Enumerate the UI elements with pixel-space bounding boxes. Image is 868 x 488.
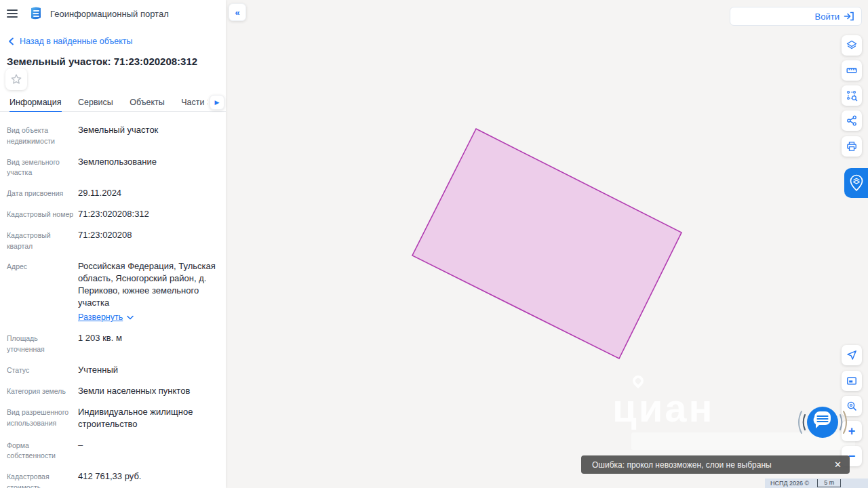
detail-row: Вид разрешенного использованияИндивидуал…: [7, 406, 218, 430]
detail-value: Российская Федерация, Тульская область, …: [78, 260, 218, 323]
chat-fab-graphic: [791, 391, 854, 453]
ruler-icon: [846, 65, 857, 76]
scale-bar: 5 m: [817, 479, 841, 487]
detail-label: Кадастровый квартал: [7, 229, 75, 252]
detail-value: Земельный участок: [78, 124, 218, 147]
tabs-strip: Информация Сервисы Объекты Части ЗУ Сост…: [9, 96, 208, 112]
detail-row: Кадастровая стоимость412 761,33 руб.: [7, 470, 218, 488]
detail-value: 29.11.2024: [78, 187, 218, 199]
login-icon: [844, 12, 854, 21]
detail-value: Земли населенных пунктов: [78, 385, 218, 397]
detail-label: Вид разрешенного использования: [7, 406, 75, 430]
detail-row: Категория земельЗемли населенных пунктов: [7, 385, 218, 397]
toast-close-icon[interactable]: ✕: [826, 460, 850, 470]
back-link-label[interactable]: Назад в найденные объекты: [20, 37, 132, 46]
map-pin-icon: [849, 174, 864, 192]
detail-row: Дата присвоения29.11.2024: [7, 187, 218, 199]
overview-map-button[interactable]: [842, 371, 862, 391]
share-icon: [846, 115, 857, 126]
layers-button[interactable]: [842, 35, 862, 56]
detail-value: Землепользование: [78, 156, 218, 179]
parcel-polygon[interactable]: [412, 129, 682, 359]
login-label: Войти: [815, 12, 840, 22]
object-info-panel: Геоинформационный портал Назад в найденн…: [0, 0, 226, 488]
map-layer: [226, 0, 868, 488]
detail-value: 71:23:020208: [78, 229, 218, 252]
login-button[interactable]: Войти: [815, 12, 854, 22]
error-toast-message: Ошибка: прокол невозможен, слои не выбра…: [581, 460, 826, 470]
menu-icon[interactable]: [7, 9, 18, 18]
star-icon: [10, 73, 22, 85]
tab-services[interactable]: Сервисы: [78, 98, 113, 111]
back-link[interactable]: Назад в найденные объекты: [8, 37, 226, 46]
detail-row: Вид объекта недвижимостиЗемельный участо…: [7, 124, 218, 147]
detail-value: Индивидуальное жилищное строительство: [78, 406, 218, 430]
favorite-button[interactable]: [5, 68, 27, 90]
tab-information[interactable]: Информация: [9, 98, 62, 112]
tab-objects[interactable]: Объекты: [130, 98, 165, 111]
detail-row: Форма собственности–: [7, 439, 218, 462]
tab-parcel-parts[interactable]: Части ЗУ: [181, 98, 208, 111]
detail-row: Вид земельного участкаЗемлепользование: [7, 156, 218, 179]
error-toast: Ошибка: прокол невозможен, слои не выбра…: [581, 455, 850, 474]
details-list: Вид объекта недвижимостиЗемельный участо…: [7, 124, 218, 488]
tabs-bar: Информация Сервисы Объекты Части ЗУ Сост…: [0, 96, 226, 112]
address-text: Российская Федерация, Тульская область, …: [78, 261, 216, 308]
polygon-search-icon: [846, 90, 858, 102]
map-attribution-bar: НСПД 2026 © 5 m: [765, 479, 868, 488]
detail-label: Форма собственности: [7, 439, 75, 462]
chevron-down-icon: [127, 315, 134, 320]
detail-label: Статус: [7, 364, 75, 376]
map-watermark: циан: [612, 385, 715, 430]
detail-label: Дата присвоения: [7, 187, 75, 199]
collapse-panel-button[interactable]: «: [229, 3, 246, 21]
detail-row: Площадь уточненная1 203 кв. м: [7, 332, 218, 355]
detail-value: 1 203 кв. м: [78, 332, 218, 355]
attribution-text: НСПД 2026 ©: [770, 480, 809, 487]
detail-value: 412 761,33 руб.: [78, 470, 218, 488]
measure-button[interactable]: [842, 60, 862, 81]
detail-row: Кадастровый квартал71:23:020208: [7, 229, 218, 252]
detail-value: 71:23:020208:312: [78, 208, 218, 220]
page-title: Земельный участок: 71:23:020208:312: [7, 56, 226, 67]
navigation-arrow-icon: [846, 350, 857, 361]
app-title: Геоинформационный портал: [50, 9, 169, 19]
print-button[interactable]: [842, 136, 862, 157]
share-button[interactable]: [842, 110, 862, 131]
detail-row: СтатусУчтенный: [7, 364, 218, 376]
detail-value: –: [78, 439, 218, 462]
detail-label: Адрес: [7, 260, 75, 323]
detail-label: Кадастровая стоимость: [7, 470, 75, 488]
map-legend-flyout-button[interactable]: [844, 168, 868, 198]
detail-row: Кадастровый номер71:23:020208:312: [7, 208, 218, 220]
detail-label: Вид объекта недвижимости: [7, 124, 75, 147]
app-logo-icon: [28, 6, 43, 21]
detail-label: Площадь уточненная: [7, 332, 75, 355]
spatial-search-button[interactable]: [842, 85, 862, 106]
detail-label: Вид земельного участка: [7, 156, 75, 179]
expand-address-link[interactable]: Развернуть: [78, 312, 134, 323]
app-header: Геоинформационный портал: [0, 0, 226, 27]
chat-fab-button[interactable]: [791, 391, 854, 453]
detail-row-address: Адрес Российская Федерация, Тульская обл…: [7, 260, 218, 323]
detail-value: Учтенный: [78, 364, 218, 376]
detail-label: Кадастровый номер: [7, 208, 75, 220]
printer-icon: [846, 141, 857, 152]
locate-me-button[interactable]: [842, 345, 862, 365]
layers-icon: [846, 40, 857, 51]
minimap-icon: [846, 375, 857, 386]
login-bar: Войти: [730, 7, 862, 26]
tabs-scroll-right-button[interactable]: ▶: [210, 95, 224, 110]
detail-label: Категория земель: [7, 385, 75, 397]
chevron-left-icon: [8, 37, 14, 45]
map-canvas[interactable]: циан: [226, 0, 868, 488]
